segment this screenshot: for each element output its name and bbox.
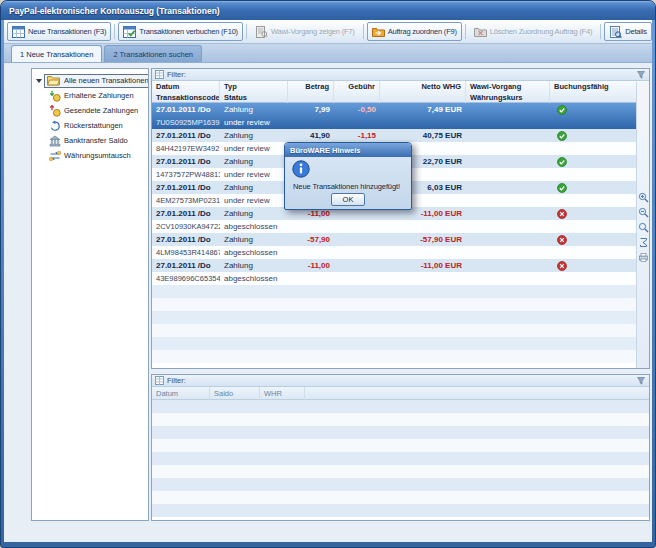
zoom-out-icon[interactable]	[638, 207, 649, 218]
delete-order-assignment-button[interactable]: Löschen Zuordnung Auftrag (F4)	[469, 22, 597, 41]
transaction-row[interactable]: 27.01.2011 /Do Zahlung -11,00 -11,00 EUR…	[152, 207, 649, 233]
print-icon[interactable]	[638, 252, 649, 263]
tab-label: 1 Neue Transaktionen	[20, 50, 93, 59]
wawi-search-icon	[255, 26, 268, 38]
cell-buchungsfaehig	[550, 207, 649, 220]
cell-transaction-code: 4EM27573MP023193K	[152, 194, 220, 207]
dialog-message: Neue Transaktionen hinzugefügt!	[293, 182, 409, 191]
tree-item-label: Alle neuen Transaktionen	[64, 76, 148, 85]
transaction-row[interactable]: 27.01.2011 /Do Zahlung -57,90 -57,90 EUR…	[152, 233, 649, 259]
cell-date: 27.01.2011 /Do	[152, 129, 220, 142]
search-icon[interactable]	[638, 222, 649, 233]
tree-item-waehrungsumtausch[interactable]: Währungsumtausch	[32, 148, 148, 163]
show-wawi-button[interactable]: Wawi-Vorgang zeigen (F7)	[250, 22, 360, 41]
tree-item-label: Gesendete Zahlungen	[64, 106, 138, 115]
cell-gebuehr: -0,50	[334, 103, 380, 116]
saldo-empty-row	[152, 452, 649, 465]
content-area: Alle neuen Transaktionen Erhaltene Zahlu…	[4, 63, 652, 542]
table-grid-icon	[12, 26, 25, 38]
cell-date: 27.01.2011 /Do	[152, 103, 220, 116]
tree-item-banktransfer-saldo[interactable]: Banktransfer Saldo	[32, 133, 148, 148]
bookable-icon	[557, 183, 567, 193]
book-transactions-icon	[123, 26, 136, 38]
message-dialog: BüroWARE Hinweis Neue Transaktionen hinz…	[284, 142, 412, 210]
filter-funnel-icon[interactable]	[636, 376, 646, 386]
col-header-betrag[interactable]: Betrag	[288, 81, 334, 92]
saldo-col-whr[interactable]: WHR	[260, 387, 305, 400]
col-header-wawi-vorgang[interactable]: Wawi-Vorgang	[466, 81, 550, 92]
sum-icon[interactable]	[638, 237, 649, 248]
filter-grid-icon	[155, 70, 164, 79]
col-header-waehrungskurs[interactable]: Währungskurs	[466, 92, 550, 103]
tree-item-rueckerstattungen[interactable]: Rückerstattungen	[32, 118, 148, 133]
tree-item-label: Währungsumtausch	[64, 151, 131, 160]
bookable-icon	[557, 105, 567, 115]
assign-order-button[interactable]: Auftrag zuordnen (F9)	[367, 22, 462, 41]
tree-item-erhaltene-zahlungen[interactable]: Erhaltene Zahlungen	[32, 88, 148, 103]
cell-transaction-code: 84H42197EW349273P	[152, 142, 220, 155]
cell-transaction-code: 4LM98453R41486714	[152, 246, 220, 259]
tree-item-alle-neuen-transaktionen[interactable]: Alle neuen Transaktionen	[32, 73, 148, 88]
button-label: Neue Transaktionen (F3)	[28, 27, 106, 36]
empty-row	[152, 311, 649, 337]
tree-expander-icon[interactable]	[35, 77, 44, 85]
toolbar-separator	[600, 24, 601, 39]
tree-item-gesendete-zahlungen[interactable]: Gesendete Zahlungen	[32, 103, 148, 118]
window-titlebar[interactable]: PayPal-elektronischer Kontoauszug (Trans…	[1, 1, 655, 20]
saldo-col-datum[interactable]: Datum	[152, 387, 210, 400]
saldo-empty-row	[152, 400, 649, 413]
book-transactions-button[interactable]: Transaktionen verbuchen (F10)	[118, 22, 243, 41]
cell-transaction-code: 43E989696C6535442	[152, 272, 220, 285]
toolbar-separator	[114, 24, 115, 39]
filter-funnel-icon[interactable]	[636, 70, 646, 80]
saldo-panel: Filter: Datum Saldo WHR	[151, 374, 650, 521]
assign-order-icon	[372, 26, 385, 38]
tab-neue-transaktionen[interactable]: 1 Neue Transaktionen	[11, 45, 102, 62]
saldo-header[interactable]: Datum Saldo WHR	[152, 387, 649, 400]
ok-button[interactable]: OK	[331, 193, 365, 206]
col-header-netto[interactable]: Netto WHG	[380, 81, 466, 92]
col-header-typ[interactable]: Typ	[220, 81, 288, 92]
details-icon	[609, 26, 622, 38]
cell-date: 27.01.2011 /Do	[152, 181, 220, 194]
not-bookable-icon	[557, 261, 567, 271]
saldo-col-saldo[interactable]: Saldo	[210, 387, 260, 400]
info-icon	[292, 160, 310, 178]
saldo-empty-row	[152, 439, 649, 452]
cell-status: under review	[220, 168, 288, 181]
cell-wawi-vorgang	[466, 207, 550, 220]
cell-wawi-vorgang	[466, 129, 550, 142]
zoom-in-icon[interactable]	[638, 192, 649, 203]
col-header-datum[interactable]: Datum	[152, 81, 220, 92]
details-button[interactable]: Details	[604, 22, 652, 41]
tree-selection: Alle neuen Transaktionen	[44, 74, 148, 88]
col-header-buchungsfaehig[interactable]: Buchungsfähig	[550, 81, 649, 92]
transaction-row[interactable]: 27.01.2011 /Do Zahlung -11,00 -11,00 EUR…	[152, 259, 649, 285]
toolbar: Neue Transaktionen (F3) Transaktionen ve…	[4, 20, 652, 44]
cell-wawi-vorgang	[466, 103, 550, 116]
cell-status: abgeschlossen	[220, 246, 288, 259]
saldo-empty-row	[152, 413, 649, 426]
col-header-gebuehr[interactable]: Gebühr	[334, 81, 380, 92]
dialog-titlebar[interactable]: BüroWARE Hinweis	[285, 143, 411, 157]
tree-item-label: Rückerstattungen	[64, 121, 123, 130]
transaction-row[interactable]: 27.01.2011 /Do Zahlung 7,99 -0,50 7,49 E…	[152, 103, 649, 129]
col-header-transaktionscode[interactable]: Transaktionscode	[152, 92, 220, 103]
empty-row	[152, 337, 649, 363]
sent-payments-icon	[49, 105, 64, 117]
folder-open-icon	[47, 75, 62, 86]
col-header-status[interactable]: Status	[220, 92, 288, 103]
cell-date: 27.01.2011 /Do	[152, 155, 220, 168]
new-transactions-button[interactable]: Neue Transaktionen (F3)	[7, 22, 111, 41]
cell-netto: -57,90 EUR	[380, 233, 466, 246]
bookable-icon	[557, 157, 567, 167]
tree-panel: Alle neuen Transaktionen Erhaltene Zahlu…	[31, 68, 149, 521]
empty-row	[152, 285, 649, 311]
tab-transaktionen-suchen[interactable]: 2 Transaktionen suchen	[104, 45, 202, 62]
tree-item-label: Erhaltene Zahlungen	[64, 91, 134, 100]
currency-exchange-icon	[49, 150, 64, 162]
window-title: PayPal-elektronischer Kontoauszug (Trans…	[9, 6, 220, 16]
table-header[interactable]: Datum Typ Betrag Gebühr Netto WHG Wawi-V…	[152, 81, 649, 103]
toolbar-separator	[363, 24, 364, 39]
cell-buchungsfaehig	[550, 155, 649, 168]
